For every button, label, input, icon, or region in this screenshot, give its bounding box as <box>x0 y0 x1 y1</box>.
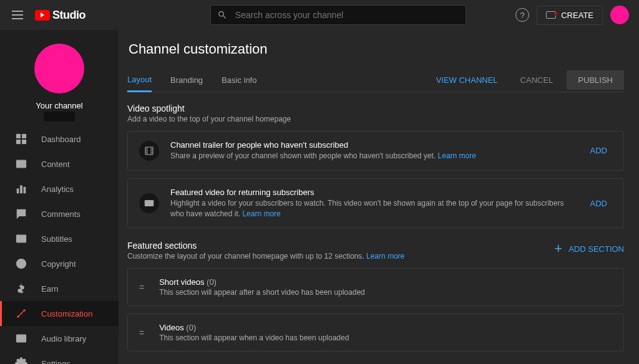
featured-video-card: Featured video for returning subscribers… <box>127 178 624 229</box>
sidebar-item-settings[interactable]: Settings <box>0 351 119 364</box>
cancel-button[interactable]: CANCEL <box>512 70 562 90</box>
sidebar-item-analytics[interactable]: Analytics <box>0 176 119 201</box>
sidebar-item-customization[interactable]: Customization <box>0 301 119 326</box>
featured-video-title: Featured video for returning subscribers <box>170 188 574 197</box>
svg-rect-10 <box>17 235 26 242</box>
video-icon <box>139 193 159 213</box>
svg-point-16 <box>17 316 19 318</box>
analytics-icon <box>15 183 27 195</box>
sidebar-item-label: Comments <box>41 209 80 219</box>
channel-avatar[interactable] <box>34 44 84 93</box>
search-icon <box>217 9 228 21</box>
drag-handle-icon[interactable]: = <box>139 282 145 292</box>
tab-layout[interactable]: Layout <box>127 69 152 92</box>
header-actions: ? + CREATE <box>515 6 629 25</box>
trailer-card: Channel trailer for people who haven't s… <box>127 131 624 171</box>
sidebar-item-audio-library[interactable]: Audio library <box>0 326 119 351</box>
section-videos[interactable]: = Videos (0) This section will appear wh… <box>127 314 624 352</box>
view-channel-button[interactable]: VIEW CHANNEL <box>427 70 507 90</box>
page-actions: VIEW CHANNEL CANCEL PUBLISH <box>427 70 624 90</box>
svg-point-33 <box>147 201 147 202</box>
sidebar-item-label: Copyright <box>41 259 76 269</box>
featured-video-desc: Highlight a video for your subscribers t… <box>170 198 574 219</box>
svg-point-17 <box>24 310 26 312</box>
subtitles-icon <box>15 232 27 245</box>
section-desc: This section will appear after a short v… <box>159 288 612 297</box>
spotlight-title: Video spotlight <box>127 103 624 113</box>
svg-point-34 <box>151 201 152 202</box>
svg-rect-7 <box>24 188 25 193</box>
add-featured-button[interactable]: ADD <box>585 199 612 208</box>
add-trailer-button[interactable]: ADD <box>585 146 612 155</box>
comments-icon <box>15 208 27 220</box>
content-icon <box>15 158 27 170</box>
sidebar-profile: Your channel <box>0 37 119 127</box>
logo[interactable]: Studio <box>35 9 85 22</box>
create-button[interactable]: + CREATE <box>537 6 603 25</box>
page-title: Channel customization <box>127 41 624 57</box>
earn-icon <box>15 282 27 295</box>
svg-rect-1 <box>22 135 26 138</box>
learn-more-link[interactable]: Learn more <box>438 151 476 160</box>
svg-rect-2 <box>17 140 21 144</box>
sidebar-item-label: Dashboard <box>41 135 81 144</box>
search-box[interactable] <box>210 5 466 25</box>
sidebar-item-earn[interactable]: Earn <box>0 276 119 301</box>
sidebar-item-content[interactable]: Content <box>0 151 119 176</box>
audio-library-icon <box>15 332 27 345</box>
main-content: Channel customization Layout Branding Ba… <box>119 30 639 364</box>
trailer-desc: Share a preview of your channel shown wi… <box>170 151 574 161</box>
film-icon <box>139 141 159 161</box>
menu-icon[interactable] <box>10 7 25 22</box>
sidebar-item-label: Customization <box>41 309 92 318</box>
tab-branding[interactable]: Branding <box>170 69 203 91</box>
sidebar-item-label: Analytics <box>41 184 74 194</box>
create-label: CREATE <box>561 11 593 20</box>
sidebar-item-label: Subtitles <box>41 234 72 244</box>
help-icon[interactable]: ? <box>515 8 529 22</box>
featured-sections-title: Featured sections <box>127 241 404 251</box>
create-icon: + <box>546 11 556 19</box>
search-input[interactable] <box>235 10 459 20</box>
sidebar-item-label: Content <box>41 160 70 169</box>
sidebar-item-label: Audio library <box>41 334 86 343</box>
svg-point-18 <box>21 313 22 314</box>
svg-rect-3 <box>22 140 26 144</box>
tab-basic-info[interactable]: Basic info <box>222 69 256 91</box>
gear-icon <box>15 357 27 364</box>
customization-icon <box>15 307 27 320</box>
sidebar-item-label: Settings <box>41 359 71 365</box>
sidebar-item-dashboard[interactable]: Dashboard <box>0 127 119 151</box>
sidebar-item-subtitles[interactable]: Subtitles <box>0 226 119 251</box>
sidebar: Your channel Dashboard Content Analytics… <box>0 30 119 364</box>
tabs: Layout Branding Basic info VIEW CHANNEL … <box>127 69 624 92</box>
trailer-title: Channel trailer for people who haven't s… <box>170 140 574 150</box>
svg-rect-0 <box>17 135 21 138</box>
learn-more-link[interactable]: Learn more <box>366 252 404 261</box>
section-desc: This section will appear when a video ha… <box>159 333 612 342</box>
section-title: Short videos (0) <box>159 277 612 287</box>
sidebar-item-comments[interactable]: Comments <box>0 201 119 226</box>
sidebar-item-label: Earn <box>41 284 58 294</box>
logo-text: Studio <box>52 9 85 22</box>
drag-handle-icon[interactable]: = <box>139 328 145 338</box>
svg-rect-5 <box>17 189 19 193</box>
avatar[interactable] <box>610 6 629 24</box>
featured-sections-subtitle: Customize the layout of your channel hom… <box>127 252 404 261</box>
section-short-videos[interactable]: = Short videos (0) This section will app… <box>127 268 624 306</box>
svg-rect-6 <box>21 186 22 193</box>
copyright-icon <box>15 257 27 270</box>
youtube-icon <box>35 10 50 21</box>
learn-more-link[interactable]: Learn more <box>242 209 280 218</box>
publish-button[interactable]: PUBLISH <box>567 70 624 90</box>
dashboard-icon <box>15 133 27 145</box>
channel-label: Your channel <box>36 101 82 110</box>
sidebar-item-copyright[interactable]: Copyright <box>0 251 119 276</box>
channel-name <box>44 112 76 122</box>
spotlight-subtitle: Add a video to the top of your channel h… <box>127 115 624 123</box>
header: Studio ? + CREATE <box>0 0 639 30</box>
section-title: Videos (0) <box>159 323 612 332</box>
add-section-button[interactable]: + ADD SECTION <box>554 241 624 257</box>
plus-icon: + <box>554 241 562 257</box>
